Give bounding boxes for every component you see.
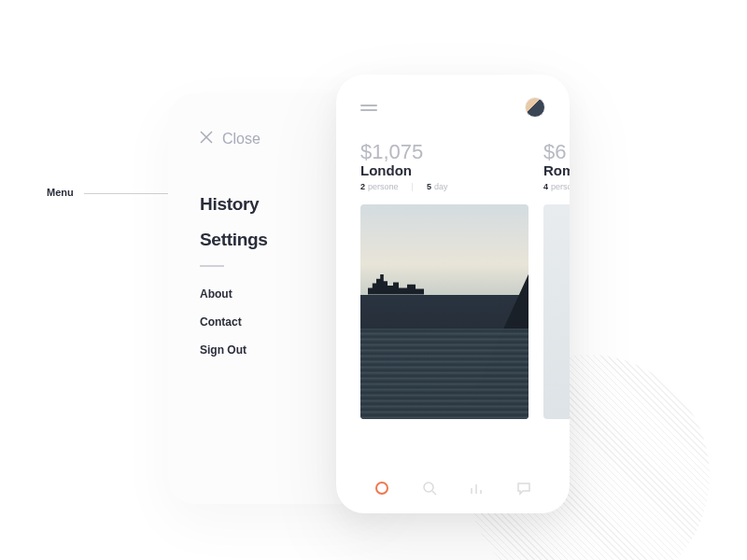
tab-home-icon[interactable]: [374, 481, 389, 496]
destination-card-london[interactable]: $1,075 London 2persone | 5day: [360, 140, 529, 419]
city-label: London: [360, 162, 529, 178]
tab-chat-icon[interactable]: [516, 481, 531, 496]
menu-divider: [200, 265, 224, 267]
price-label: $1,075: [360, 140, 529, 164]
cards-row[interactable]: $1,075 London 2persone | 5day $6 Rom 4pe…: [336, 133, 570, 419]
close-icon: [200, 131, 213, 147]
destination-photo: [543, 204, 570, 419]
tab-bar: [336, 463, 570, 513]
card-meta: 4perso: [543, 182, 570, 191]
close-label: Close: [222, 131, 261, 147]
menu-side-line: [84, 193, 168, 194]
destination-card-rome[interactable]: $6 Rom 4perso: [543, 140, 570, 419]
main-header: [336, 75, 570, 133]
price-label: $6: [543, 140, 570, 164]
hamburger-icon[interactable]: [360, 105, 377, 111]
city-label: Rom: [543, 162, 570, 178]
card-meta: 2persone | 5day: [360, 182, 529, 191]
menu-side-label: Menu: [47, 187, 74, 198]
destination-photo: [360, 204, 529, 419]
tab-search-icon[interactable]: [422, 481, 437, 496]
tab-stats-icon[interactable]: [469, 481, 484, 496]
avatar[interactable]: [525, 97, 545, 118]
svg-line-2: [432, 491, 436, 495]
svg-point-0: [376, 483, 388, 494]
svg-point-1: [424, 483, 433, 492]
main-screen: $1,075 London 2persone | 5day $6 Rom 4pe…: [336, 75, 570, 513]
